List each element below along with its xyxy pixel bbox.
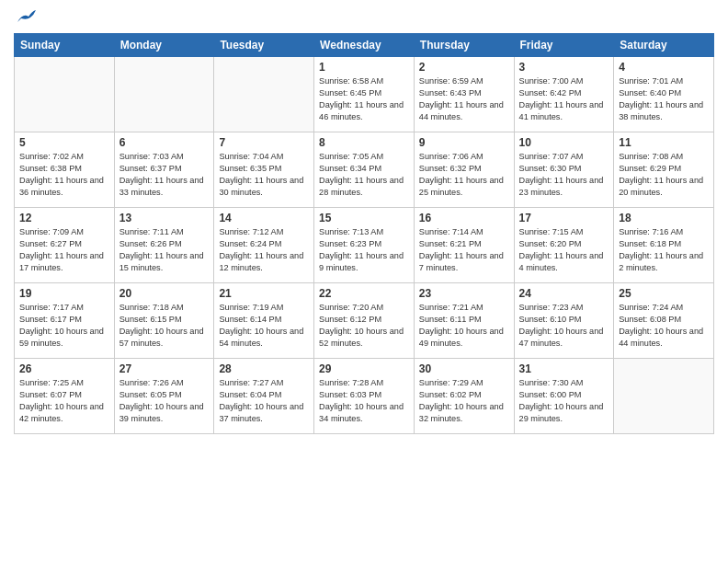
day-number: 3: [519, 61, 609, 74]
calendar-cell: 19Sunrise: 7:17 AMSunset: 6:17 PMDayligh…: [15, 283, 115, 359]
day-number: 29: [319, 362, 409, 375]
day-info: Sunrise: 6:58 AMSunset: 6:45 PMDaylight:…: [319, 75, 409, 123]
calendar-table: SundayMondayTuesdayWednesdayThursdayFrid…: [14, 33, 714, 434]
day-number: 28: [219, 362, 309, 375]
calendar-cell: 18Sunrise: 7:16 AMSunset: 6:18 PMDayligh…: [614, 208, 714, 283]
day-number: 11: [619, 136, 709, 149]
calendar-cell: [15, 57, 115, 132]
calendar-cell: 12Sunrise: 7:09 AMSunset: 6:27 PMDayligh…: [15, 208, 115, 283]
day-info: Sunrise: 7:01 AMSunset: 6:40 PMDaylight:…: [619, 75, 709, 123]
calendar-cell: 13Sunrise: 7:11 AMSunset: 6:26 PMDayligh…: [114, 208, 214, 283]
day-info: Sunrise: 7:29 AMSunset: 6:02 PMDaylight:…: [419, 377, 509, 425]
day-number: 20: [119, 287, 210, 300]
calendar-cell: 21Sunrise: 7:19 AMSunset: 6:14 PMDayligh…: [214, 283, 314, 359]
day-number: 27: [119, 362, 210, 375]
day-number: 15: [319, 212, 409, 224]
day-info: Sunrise: 7:27 AMSunset: 6:04 PMDaylight:…: [219, 377, 309, 425]
calendar-cell: 25Sunrise: 7:24 AMSunset: 6:08 PMDayligh…: [614, 283, 714, 359]
day-number: 7: [219, 136, 309, 149]
calendar-cell: 16Sunrise: 7:14 AMSunset: 6:21 PMDayligh…: [414, 208, 514, 283]
calendar-week-row: 1Sunrise: 6:58 AMSunset: 6:45 PMDaylight…: [15, 57, 714, 132]
day-number: 5: [19, 136, 109, 149]
day-number: 4: [619, 61, 709, 74]
calendar-cell: [114, 57, 214, 132]
calendar-cell: 3Sunrise: 7:00 AMSunset: 6:42 PMDaylight…: [514, 57, 614, 132]
day-number: 31: [519, 362, 609, 375]
calendar-cell: 5Sunrise: 7:02 AMSunset: 6:38 PMDaylight…: [15, 132, 115, 208]
day-number: 17: [519, 212, 609, 224]
page: SundayMondayTuesdayWednesdayThursdayFrid…: [0, 0, 728, 563]
day-info: Sunrise: 7:17 AMSunset: 6:17 PMDaylight:…: [19, 302, 109, 350]
day-info: Sunrise: 7:06 AMSunset: 6:32 PMDaylight:…: [419, 151, 509, 199]
calendar-cell: 28Sunrise: 7:27 AMSunset: 6:04 PMDayligh…: [214, 359, 314, 434]
day-number: 10: [519, 136, 609, 149]
day-info: Sunrise: 7:25 AMSunset: 6:07 PMDaylight:…: [19, 377, 109, 425]
calendar-header-row: SundayMondayTuesdayWednesdayThursdayFrid…: [15, 34, 714, 57]
day-number: 19: [19, 287, 109, 300]
calendar-cell: 2Sunrise: 6:59 AMSunset: 6:43 PMDaylight…: [414, 57, 514, 132]
calendar-cell: 15Sunrise: 7:13 AMSunset: 6:23 PMDayligh…: [314, 208, 415, 283]
weekday-header-friday: Friday: [514, 34, 614, 57]
day-number: 13: [119, 212, 210, 224]
header: [14, 9, 714, 26]
calendar-week-row: 12Sunrise: 7:09 AMSunset: 6:27 PMDayligh…: [15, 208, 714, 283]
day-number: 6: [119, 136, 210, 149]
day-info: Sunrise: 7:03 AMSunset: 6:37 PMDaylight:…: [119, 151, 210, 199]
day-info: Sunrise: 7:20 AMSunset: 6:12 PMDaylight:…: [319, 302, 409, 350]
day-info: Sunrise: 7:23 AMSunset: 6:10 PMDaylight:…: [519, 302, 609, 350]
day-number: 16: [419, 212, 509, 224]
day-info: Sunrise: 7:30 AMSunset: 6:00 PMDaylight:…: [519, 377, 609, 425]
day-info: Sunrise: 7:07 AMSunset: 6:30 PMDaylight:…: [519, 151, 609, 199]
day-number: 23: [419, 287, 509, 300]
weekday-header-thursday: Thursday: [414, 34, 514, 57]
calendar-week-row: 26Sunrise: 7:25 AMSunset: 6:07 PMDayligh…: [15, 359, 714, 434]
day-info: Sunrise: 7:02 AMSunset: 6:38 PMDaylight:…: [19, 151, 109, 199]
calendar-cell: 30Sunrise: 7:29 AMSunset: 6:02 PMDayligh…: [414, 359, 514, 434]
day-info: Sunrise: 7:13 AMSunset: 6:23 PMDaylight:…: [319, 226, 409, 274]
day-number: 26: [19, 362, 109, 375]
weekday-header-wednesday: Wednesday: [314, 34, 415, 57]
weekday-header-tuesday: Tuesday: [214, 34, 314, 57]
day-number: 12: [19, 212, 109, 224]
day-info: Sunrise: 7:21 AMSunset: 6:11 PMDaylight:…: [419, 302, 509, 350]
day-info: Sunrise: 7:09 AMSunset: 6:27 PMDaylight:…: [19, 226, 109, 274]
day-number: 22: [319, 287, 409, 300]
calendar-cell: 20Sunrise: 7:18 AMSunset: 6:15 PMDayligh…: [114, 283, 214, 359]
weekday-header-sunday: Sunday: [15, 34, 115, 57]
day-info: Sunrise: 7:00 AMSunset: 6:42 PMDaylight:…: [519, 75, 609, 123]
day-info: Sunrise: 7:14 AMSunset: 6:21 PMDaylight:…: [419, 226, 509, 274]
calendar-cell: 6Sunrise: 7:03 AMSunset: 6:37 PMDaylight…: [114, 132, 214, 208]
calendar-cell: 9Sunrise: 7:06 AMSunset: 6:32 PMDaylight…: [414, 132, 514, 208]
calendar-cell: 14Sunrise: 7:12 AMSunset: 6:24 PMDayligh…: [214, 208, 314, 283]
day-number: 9: [419, 136, 509, 149]
calendar-cell: 29Sunrise: 7:28 AMSunset: 6:03 PMDayligh…: [314, 359, 415, 434]
calendar-cell: 7Sunrise: 7:04 AMSunset: 6:35 PMDaylight…: [214, 132, 314, 208]
day-info: Sunrise: 7:04 AMSunset: 6:35 PMDaylight:…: [219, 151, 309, 199]
logo: [14, 9, 36, 26]
day-number: 8: [319, 136, 409, 149]
calendar-cell: 24Sunrise: 7:23 AMSunset: 6:10 PMDayligh…: [514, 283, 614, 359]
calendar-week-row: 5Sunrise: 7:02 AMSunset: 6:38 PMDaylight…: [15, 132, 714, 208]
calendar-cell: 27Sunrise: 7:26 AMSunset: 6:05 PMDayligh…: [114, 359, 214, 434]
day-info: Sunrise: 7:24 AMSunset: 6:08 PMDaylight:…: [619, 302, 709, 350]
calendar-cell: 4Sunrise: 7:01 AMSunset: 6:40 PMDaylight…: [614, 57, 714, 132]
day-info: Sunrise: 7:15 AMSunset: 6:20 PMDaylight:…: [519, 226, 609, 274]
day-number: 14: [219, 212, 309, 224]
day-info: Sunrise: 7:05 AMSunset: 6:34 PMDaylight:…: [319, 151, 409, 199]
weekday-header-monday: Monday: [114, 34, 214, 57]
day-number: 2: [419, 61, 509, 74]
day-number: 1: [319, 61, 409, 74]
calendar-cell: 22Sunrise: 7:20 AMSunset: 6:12 PMDayligh…: [314, 283, 415, 359]
day-number: 21: [219, 287, 309, 300]
day-info: Sunrise: 7:16 AMSunset: 6:18 PMDaylight:…: [619, 226, 709, 274]
calendar-cell: 17Sunrise: 7:15 AMSunset: 6:20 PMDayligh…: [514, 208, 614, 283]
calendar-cell: [614, 359, 714, 434]
day-number: 24: [519, 287, 609, 300]
day-info: Sunrise: 7:26 AMSunset: 6:05 PMDaylight:…: [119, 377, 210, 425]
weekday-header-saturday: Saturday: [614, 34, 714, 57]
day-info: Sunrise: 6:59 AMSunset: 6:43 PMDaylight:…: [419, 75, 509, 123]
day-number: 25: [619, 287, 709, 300]
calendar-cell: [214, 57, 314, 132]
calendar-cell: 8Sunrise: 7:05 AMSunset: 6:34 PMDaylight…: [314, 132, 415, 208]
day-number: 18: [619, 212, 709, 224]
